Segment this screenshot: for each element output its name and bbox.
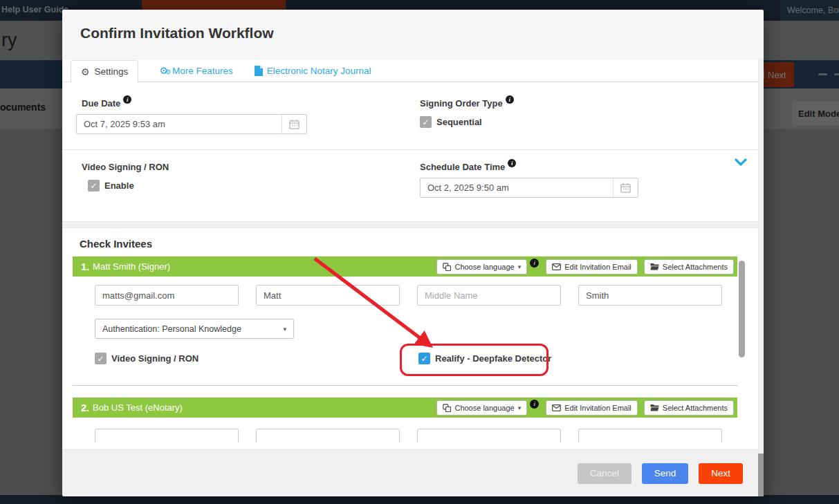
envelope-icon (552, 263, 561, 270)
schedule-input-group (420, 178, 638, 198)
choose-language-dropdown[interactable]: Choose language ▾ (436, 400, 527, 416)
edit-invitation-email-label: Edit Invitation Email (564, 404, 631, 412)
info-icon[interactable]: i (508, 159, 516, 167)
section-divider (62, 149, 764, 150)
folder-icon (650, 404, 659, 411)
invitee-2-email-input[interactable] (95, 429, 239, 442)
schedule-calendar-button[interactable] (613, 178, 638, 197)
language-icon (443, 263, 451, 271)
invitee-1-first-name-input[interactable] (256, 285, 400, 306)
realify-deepfake-detector-checkbox[interactable]: ✓ (418, 353, 430, 364)
choose-language-dropdown[interactable]: Choose language ▾ (436, 259, 527, 274)
due-date-calendar-button[interactable] (282, 115, 306, 133)
info-icon[interactable]: i (123, 95, 131, 104)
tab-more-features-label: More Features (172, 66, 233, 76)
check-invitees-heading: Check Invitees (80, 238, 152, 250)
select-attachments-label: Select Attachments (663, 263, 728, 271)
check-icon: ✓ (421, 354, 427, 364)
choose-language-label: Choose language (454, 404, 514, 412)
envelope-icon (552, 404, 561, 411)
section-separator-band (62, 221, 764, 228)
invitee-1-number: 1. (81, 261, 89, 272)
edit-invitation-email-button[interactable]: Edit Invitation Email (546, 400, 638, 416)
invitee-1-email-input[interactable] (95, 285, 239, 306)
invitee-1-video-signing-checkbox[interactable]: ✓ (95, 353, 107, 364)
invitee-divider (73, 385, 737, 386)
modal-tab-bar: ⚙ Settings ⚙⚙ More Features Electronic N… (62, 59, 764, 82)
modal-scrollbar-track[interactable] (758, 59, 764, 496)
schedule-date-time-label: Schedule Date Time i (420, 162, 516, 172)
invitee-2-number: 2. (81, 402, 89, 413)
invitee-2-last-name-input[interactable] (578, 429, 722, 442)
tab-settings[interactable]: ⚙ Settings (71, 60, 138, 82)
tab-electronic-notary-journal[interactable]: Electronic Notary Journal (254, 59, 371, 82)
check-icon: ✓ (422, 118, 429, 127)
edit-invitation-email-label: Edit Invitation Email (564, 263, 631, 271)
cancel-button[interactable]: Cancel (578, 463, 631, 484)
gears-icon: ⚙⚙ (159, 65, 168, 76)
invitee-2-name: Bob US Test (eNotary) (93, 402, 183, 413)
sequential-label: Sequential (436, 117, 482, 127)
enable-checkbox[interactable]: ✓ (88, 180, 100, 192)
invitee-1-header: 1. Matt Smith (Signer) Choose language ▾… (73, 256, 737, 277)
modal-title: Confirm Invitation Workflow (80, 25, 274, 41)
info-icon[interactable]: i (530, 400, 539, 409)
info-icon[interactable]: i (506, 95, 514, 104)
select-attachments-button[interactable]: Select Attachments (644, 259, 734, 274)
tab-more-features[interactable]: ⚙⚙ More Features (159, 59, 232, 82)
invitee-1-last-name-input[interactable] (578, 285, 722, 306)
check-icon: ✓ (90, 181, 97, 191)
document-icon (254, 66, 263, 76)
select-attachments-label: Select Attachments (663, 404, 728, 412)
enable-label: Enable (104, 180, 134, 191)
info-icon[interactable]: i (530, 259, 539, 268)
invitee-1-middle-name-input[interactable] (417, 285, 561, 306)
schedule-date-input[interactable] (421, 178, 613, 197)
tab-enj-label: Electronic Notary Journal (267, 66, 371, 76)
caret-down-icon: ▾ (518, 263, 522, 270)
collapse-section-button[interactable] (735, 158, 747, 170)
invitee-2-first-name-input[interactable] (256, 429, 400, 442)
invitee-2-middle-name-input[interactable] (417, 429, 561, 442)
confirm-invitation-workflow-modal: Confirm Invitation Workflow ⚙ Settings ⚙… (62, 10, 764, 496)
invitee-card-2: 2. Bob US Test (eNotary) Choose language… (73, 398, 737, 442)
authentication-value: Authentication: Personal Knowledge (102, 324, 241, 334)
gear-icon: ⚙ (81, 66, 90, 77)
caret-down-icon: ▾ (283, 326, 286, 333)
check-icon: ✓ (97, 354, 104, 364)
folder-icon (650, 263, 659, 270)
screen: Help User Guide Welcome, Bob ry Next ocu… (0, 0, 839, 504)
invitee-scrollbar-thumb[interactable] (739, 261, 745, 357)
modal-footer: Cancel Send Next (62, 449, 764, 496)
edit-invitation-email-button[interactable]: Edit Invitation Email (546, 259, 638, 274)
due-date-input[interactable] (77, 115, 282, 133)
invitee-1-name: Matt Smith (Signer) (93, 261, 170, 272)
due-date-label: Due Date i (82, 98, 131, 109)
chevron-down-icon (735, 158, 747, 167)
modal-scrollbar-thumb[interactable] (758, 454, 764, 496)
sequential-checkbox[interactable]: ✓ (420, 116, 432, 128)
next-button[interactable]: Next (699, 463, 743, 484)
invitee-2-header: 2. Bob US Test (eNotary) Choose language… (73, 398, 737, 418)
invitee-card-1: 1. Matt Smith (Signer) Choose language ▾… (73, 256, 737, 385)
calendar-icon (620, 183, 631, 193)
signing-order-type-label: Signing Order Type i (420, 98, 514, 109)
authentication-select[interactable]: Authentication: Personal Knowledge ▾ (95, 319, 294, 339)
realify-deepfake-detector-label: Realify - Deepfake Detector (435, 353, 551, 364)
choose-language-label: Choose language (454, 263, 514, 271)
caret-down-icon: ▾ (518, 404, 522, 411)
invitee-scroll-area: 1. Matt Smith (Signer) Choose language ▾… (73, 256, 748, 442)
select-attachments-button[interactable]: Select Attachments (644, 400, 734, 416)
calendar-icon (289, 119, 299, 129)
video-signing-ron-label: Video Signing / RON (82, 162, 169, 172)
send-button[interactable]: Send (642, 463, 689, 484)
due-date-input-group (76, 114, 307, 134)
invitee-1-video-signing-label: Video Signing / RON (111, 353, 199, 364)
language-icon (443, 404, 451, 412)
tab-settings-label: Settings (95, 66, 129, 77)
